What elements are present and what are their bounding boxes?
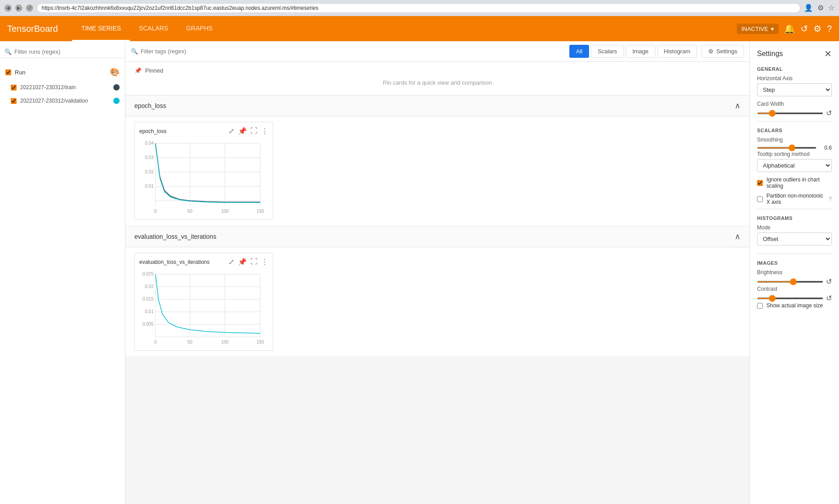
svg-text:0.01: 0.01 — [145, 184, 154, 189]
refresh-button[interactable]: ↺ — [26, 4, 33, 12]
ignore-outliers-checkbox[interactable] — [757, 180, 763, 186]
pinned-label: Pinned — [145, 67, 163, 74]
filter-tab-scalars[interactable]: Scalars — [591, 45, 624, 58]
tooltip-sort-label: Tooltip sorting method — [757, 151, 832, 157]
help-icon[interactable]: ? — [827, 24, 832, 34]
profile-icon[interactable]: 👤 — [804, 4, 813, 12]
run-validation-checkbox[interactable] — [11, 98, 17, 104]
group-header-epoch-loss[interactable]: epoch_loss ∧ — [125, 95, 749, 116]
run-validation-label: 20221027-230312/validation — [20, 98, 113, 104]
group-header-eval-loss[interactable]: evaluation_loss_vs_iterations ∧ — [125, 226, 749, 247]
svg-text:150: 150 — [257, 209, 264, 214]
partition-nonmono-checkbox[interactable] — [757, 196, 763, 202]
histogram-mode-label: Mode — [757, 224, 832, 231]
show-actual-size-label: Show actual image size — [766, 302, 823, 309]
filter-search: 🔍 — [131, 48, 565, 55]
svg-text:0.005: 0.005 — [142, 322, 154, 327]
partition-help-icon[interactable]: ? — [828, 195, 832, 202]
pin-icon: 📌 — [134, 67, 142, 74]
brightness-slider[interactable] — [757, 281, 823, 283]
tooltip-sort-select[interactable]: Alphabetical Ascending Descending Defaul… — [757, 159, 832, 172]
horizontal-axis-label: Horizontal Axis — [757, 75, 832, 82]
forward-button[interactable]: ▶ — [15, 4, 22, 12]
runs-filter-input[interactable] — [14, 48, 120, 55]
pinned-section: 📌 Pinned Pin cards for a quick view and … — [125, 62, 749, 95]
url-bar[interactable] — [37, 3, 800, 13]
run-item: 20221027-230312/validation — [0, 94, 125, 108]
settings-section-histograms: HISTOGRAMS — [757, 215, 832, 221]
sidebar: 🔍 Run 🎨 20221027-230312/train 20221027-2… — [0, 41, 125, 504]
settings-section-scalars: SCALARS — [757, 128, 832, 133]
contrast-label: Contrast — [757, 286, 832, 292]
run-all-checkbox[interactable] — [5, 69, 11, 75]
smoothing-value: 0.6 — [819, 145, 832, 151]
settings-panel-title: Settings — [757, 50, 783, 58]
settings-section-images: IMAGES — [757, 260, 832, 266]
back-button[interactable]: ◀ — [4, 4, 12, 12]
svg-text:100: 100 — [221, 209, 229, 214]
chart-container-eval-loss: 0.025 0.02 0.015 0.01 0.005 0 50 100 150 — [139, 270, 265, 346]
nav-link-graphs[interactable]: GRAPHS — [177, 16, 221, 41]
run-item: 20221027-230312/train — [0, 81, 125, 94]
fullscreen-icon2[interactable]: ⛶ — [250, 258, 258, 266]
pin-chart-icon2[interactable]: 📌 — [238, 258, 247, 266]
chart-card-header-eval: evaluation_loss_vs_iterations ⤢ 📌 ⛶ ⋮ — [139, 258, 268, 266]
settings-gear-icon[interactable]: ⚙ — [813, 23, 822, 34]
status-dropdown-icon[interactable]: ▾ — [771, 26, 774, 32]
main-layout: 🔍 Run 🎨 20221027-230312/train 20221027-2… — [0, 41, 839, 504]
svg-text:0.025: 0.025 — [142, 271, 154, 276]
card-width-slider[interactable] — [757, 112, 823, 114]
brightness-reset-icon[interactable]: ↺ — [826, 277, 832, 286]
expand-small-icon[interactable]: ⤢ — [228, 127, 234, 135]
bookmark-icon[interactable]: ☆ — [828, 4, 835, 12]
settings-close-button[interactable]: ✕ — [824, 48, 832, 59]
charts-row-epoch-loss: epoch_loss ⤢ 📌 ⛶ ⋮ — [125, 116, 749, 225]
filter-search-icon: 🔍 — [131, 48, 138, 55]
smoothing-slider[interactable] — [757, 147, 817, 149]
notification-icon[interactable]: 🔔 — [784, 23, 795, 34]
browser-icons: 👤 ⚙ ☆ — [804, 4, 835, 12]
chart-container-epoch-loss: 0.04 0.03 0.02 0.01 0 50 100 150 — [139, 139, 265, 215]
filter-tab-all[interactable]: All — [569, 45, 589, 58]
histogram-mode-select[interactable]: Offset Overlay — [757, 233, 832, 246]
settings-panel: Settings ✕ GENERAL Horizontal Axis Step … — [749, 41, 839, 504]
show-actual-size-row: Show actual image size — [757, 302, 832, 309]
sidebar-search-bar: 🔍 — [0, 46, 125, 58]
pin-chart-icon[interactable]: 📌 — [238, 127, 247, 135]
chart-title-eval-loss: evaluation_loss_vs_iterations — [139, 259, 210, 265]
more-options-icon[interactable]: ⋮ — [261, 127, 268, 135]
run-header-label: Run — [15, 69, 110, 76]
chart-svg-eval-loss: 0.025 0.02 0.015 0.01 0.005 0 50 100 150 — [139, 270, 265, 346]
browser-bar: ◀ ▶ ↺ 👤 ⚙ ☆ — [0, 0, 839, 16]
run-train-color-dot — [113, 84, 120, 90]
svg-text:0.01: 0.01 — [145, 309, 154, 314]
brightness-slider-container: ↺ — [757, 277, 832, 286]
settings-section-general: GENERAL — [757, 66, 832, 72]
run-train-checkbox[interactable] — [11, 85, 17, 90]
contrast-reset-icon[interactable]: ↺ — [826, 294, 832, 302]
nav-link-scalars[interactable]: SCALARS — [130, 16, 177, 41]
extensions-icon[interactable]: ⚙ — [817, 4, 824, 12]
horizontal-axis-select[interactable]: Step Relative Wall — [757, 83, 832, 96]
color-palette-icon[interactable]: 🎨 — [110, 67, 120, 77]
settings-panel-button[interactable]: ⚙ Settings — [701, 45, 744, 58]
group-eval-loss: evaluation_loss_vs_iterations ∧ evaluati… — [125, 226, 749, 356]
refresh-icon[interactable]: ↺ — [800, 23, 808, 34]
filter-tab-histogram[interactable]: Histogram — [657, 45, 697, 58]
tags-filter-input[interactable] — [141, 48, 565, 55]
nav-link-timeseries[interactable]: TIME SERIES — [72, 16, 130, 41]
fullscreen-icon[interactable]: ⛶ — [250, 127, 258, 135]
charts-row-eval-loss: evaluation_loss_vs_iterations ⤢ 📌 ⛶ ⋮ — [125, 247, 749, 356]
search-icon: 🔍 — [4, 48, 12, 55]
run-validation-color-dot — [113, 98, 120, 104]
svg-text:50: 50 — [187, 209, 193, 214]
nav-links: TIME SERIES SCALARS GRAPHS — [72, 16, 221, 41]
settings-icon: ⚙ — [708, 48, 714, 55]
card-width-reset-icon[interactable]: ↺ — [826, 109, 832, 117]
show-actual-size-checkbox[interactable] — [757, 303, 763, 309]
contrast-slider[interactable] — [757, 297, 823, 299]
ignore-outliers-label: Ignore outliers in chart scaling — [766, 177, 832, 189]
filter-tab-image[interactable]: Image — [626, 45, 655, 58]
more-options-icon2[interactable]: ⋮ — [261, 258, 268, 266]
expand-small-icon2[interactable]: ⤢ — [228, 258, 234, 266]
